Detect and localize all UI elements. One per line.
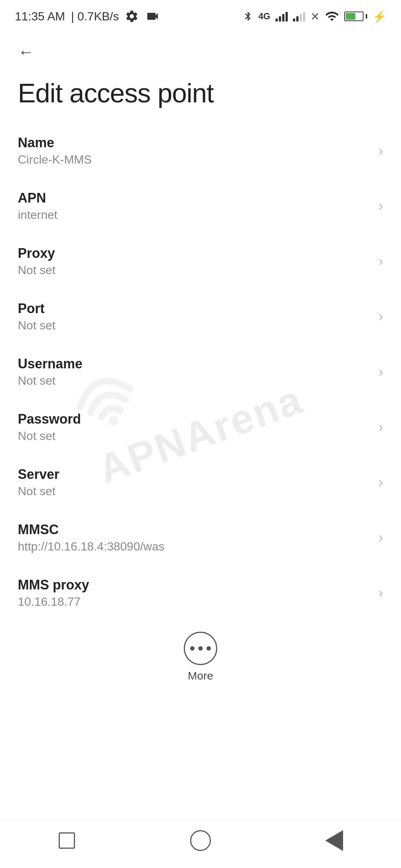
settings-item-label-5: Password: [18, 411, 371, 427]
status-right: 4G ✕ ⚡: [243, 9, 386, 23]
settings-item-6[interactable]: Server Not set ›: [0, 455, 401, 510]
settings-item-chevron-5: ›: [378, 419, 383, 435]
wifi-icon: [325, 9, 339, 23]
settings-item-0[interactable]: Name Circle-K-MMS ›: [0, 123, 401, 178]
more-circle-icon: [184, 632, 217, 665]
settings-item-chevron-6: ›: [378, 474, 383, 490]
settings-item-3[interactable]: Port Not set ›: [0, 289, 401, 344]
settings-item-2[interactable]: Proxy Not set ›: [0, 234, 401, 289]
settings-item-label-0: Name: [18, 135, 371, 151]
settings-item-label-6: Server: [18, 467, 371, 482]
settings-item-content-8: MMS proxy 10.16.18.77: [18, 577, 371, 609]
settings-item-1[interactable]: APN internet ›: [0, 178, 401, 234]
settings-item-label-8: MMS proxy: [18, 577, 371, 593]
bluetooth-icon: [243, 10, 253, 23]
more-label: More: [188, 670, 213, 682]
settings-item-label-1: APN: [18, 190, 371, 206]
back-arrow-icon: ←: [18, 43, 34, 61]
settings-item-content-3: Port Not set: [18, 301, 371, 332]
more-button-area[interactable]: More: [0, 624, 401, 693]
settings-item-chevron-1: ›: [378, 198, 383, 214]
settings-item-chevron-7: ›: [378, 530, 383, 546]
speed-display: | 0.7KB/s: [71, 10, 119, 23]
settings-item-value-1: internet: [18, 208, 371, 222]
status-left: 11:35 AM | 0.7KB/s: [15, 9, 160, 23]
charging-icon: ⚡: [372, 10, 386, 23]
settings-item-label-7: MMSC: [18, 522, 371, 537]
settings-item-content-0: Name Circle-K-MMS: [18, 135, 371, 167]
settings-item-content-7: MMSC http://10.16.18.4:38090/was: [18, 522, 371, 553]
signal-bars-1: [276, 11, 288, 22]
settings-item-value-8: 10.16.18.77: [18, 595, 371, 609]
time-display: 11:35 AM: [15, 10, 65, 23]
settings-item-value-7: http://10.16.18.4:38090/was: [18, 540, 371, 553]
settings-item-label-4: Username: [18, 356, 371, 372]
settings-item-value-3: Not set: [18, 319, 371, 332]
settings-item-4[interactable]: Username Not set ›: [0, 344, 401, 400]
settings-item-chevron-3: ›: [378, 309, 383, 325]
more-dots: [190, 646, 211, 651]
settings-item-7[interactable]: MMSC http://10.16.18.4:38090/was ›: [0, 510, 401, 565]
camera-icon: [145, 9, 160, 23]
settings-item-chevron-2: ›: [378, 253, 383, 269]
nav-recents-button[interactable]: [52, 826, 82, 855]
settings-item-chevron-8: ›: [378, 585, 383, 601]
settings-item-content-6: Server Not set: [18, 467, 371, 498]
settings-item-chevron-0: ›: [378, 143, 383, 159]
nav-back-button[interactable]: [319, 826, 349, 855]
settings-item-value-0: Circle-K-MMS: [18, 153, 371, 167]
settings-item-value-2: Not set: [18, 263, 371, 277]
page-title: Edit access point: [0, 70, 401, 123]
back-button[interactable]: ←: [15, 41, 37, 63]
settings-icon: [125, 9, 139, 23]
settings-item-5[interactable]: Password Not set ›: [0, 400, 401, 455]
settings-list: Name Circle-K-MMS › APN internet › Proxy…: [0, 123, 401, 621]
settings-item-value-6: Not set: [18, 484, 371, 498]
network-4g: 4G: [258, 11, 270, 22]
settings-item-content-2: Proxy Not set: [18, 246, 371, 277]
settings-item-value-4: Not set: [18, 374, 371, 388]
home-icon: [190, 830, 211, 851]
settings-item-content-5: Password Not set: [18, 411, 371, 443]
settings-item-content-1: APN internet: [18, 190, 371, 222]
top-navigation: ←: [0, 30, 401, 70]
settings-item-label-2: Proxy: [18, 246, 371, 261]
status-bar: 11:35 AM | 0.7KB/s 4G: [0, 0, 401, 30]
signal-bars-2: [293, 11, 305, 22]
settings-item-label-3: Port: [18, 301, 371, 316]
battery-indicator: [344, 11, 367, 21]
recents-icon: [59, 832, 75, 849]
navigation-bar: [0, 820, 401, 868]
nav-home-button[interactable]: [186, 826, 215, 855]
settings-item-8[interactable]: MMS proxy 10.16.18.77 ›: [0, 565, 401, 621]
settings-item-content-4: Username Not set: [18, 356, 371, 388]
settings-item-value-5: Not set: [18, 429, 371, 443]
no-signal-icon: ✕: [310, 10, 320, 23]
settings-item-chevron-4: ›: [378, 364, 383, 380]
back-icon: [325, 830, 343, 851]
